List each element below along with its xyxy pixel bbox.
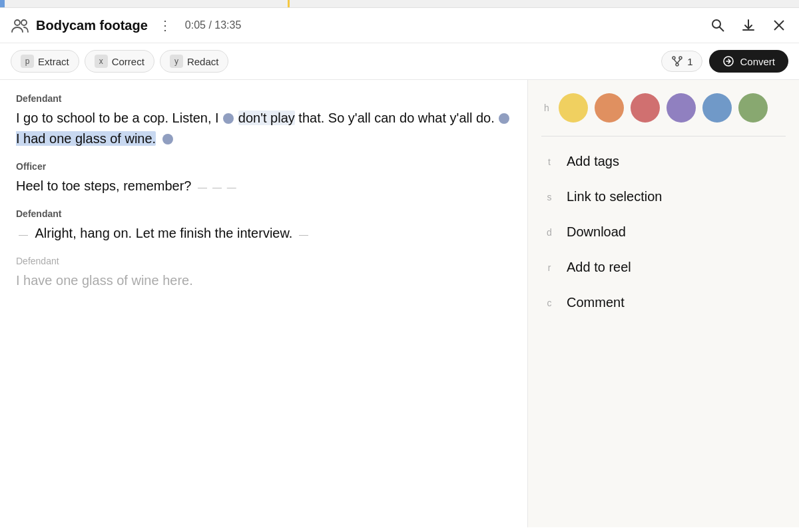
speaker-label-3: Defendant [16,208,511,219]
fork-button[interactable]: 1 [661,51,702,72]
add-to-reel-label: Add to reel [567,260,631,275]
link-to-selection-key: s [544,192,555,202]
redact-button[interactable]: y Redact [160,50,229,73]
right-panel: h t Add tags s Link to selection d Downl… [527,80,799,527]
convert-button[interactable]: Convert [709,50,788,73]
text-selection-had-one[interactable]: ​ I had one glass of wine. [16,131,156,146]
comment-label: Comment [567,295,625,310]
download-key: d [544,227,555,238]
header-right [708,16,788,35]
transcript-text-4[interactable]: I have one glass of wine here. [16,270,511,291]
main-content: Defendant I go to school to be a cop. Li… [0,80,799,527]
confidence-dots-3: — [299,228,310,242]
menu-item-add-tags[interactable]: t Add tags [541,150,786,173]
header: Bodycam footage ⋮ 0:05 / 13:35 [0,8,799,43]
progress-bar[interactable] [0,0,799,8]
correct-label: Correct [112,56,144,67]
fork-count: 1 [687,56,692,67]
swatch-orange[interactable] [595,93,624,123]
text-selection-dont-play[interactable]: don't play [238,111,295,125]
menu-item-link-to-selection[interactable]: s Link to selection [541,185,786,208]
svg-point-6 [672,57,675,59]
svg-point-0 [15,20,20,25]
correct-button[interactable]: x Correct [85,50,154,73]
download-button[interactable] [739,16,758,35]
selection-handle-end[interactable] [499,113,509,124]
menu-item-download[interactable]: d Download [541,220,786,244]
extract-key: p [21,55,34,68]
svg-point-1 [21,20,27,25]
add-tags-key: t [544,156,555,167]
download-label: Download [567,224,626,240]
svg-point-2 [712,20,720,28]
confidence-dots-2: — [19,228,29,242]
progress-marker [288,0,290,7]
correct-key: x [95,55,108,68]
speaker-label-1: Defendant [16,93,511,104]
confidence-dots-1: — — — [198,180,238,195]
selection-handle-bottom[interactable] [162,134,173,144]
extract-button[interactable]: p Extract [11,50,79,73]
svg-line-10 [677,59,680,63]
svg-point-8 [676,63,678,66]
progress-fill [0,0,5,7]
people-icon [11,16,29,35]
selection-handle-start[interactable] [223,113,234,124]
transcript-text-3[interactable]: — Alright, hang on. Let me finish the in… [16,223,511,244]
redact-key: y [170,55,183,68]
swatch-red[interactable] [631,93,660,123]
link-to-selection-label: Link to selection [567,189,662,204]
redact-label: Redact [187,56,219,67]
svg-line-3 [720,27,724,32]
header-time: 0:05 / 13:35 [185,19,242,31]
convert-label: Convert [740,56,775,67]
transcript-text-2[interactable]: Heel to toe steps, remember? — — — [16,176,511,196]
close-button[interactable] [770,16,788,35]
menu-item-comment[interactable]: c Comment [541,291,786,314]
swatch-yellow[interactable] [559,93,588,123]
search-button[interactable] [708,16,727,35]
divider-1 [541,136,786,136]
transcript-text-1[interactable]: I go to school to be a cop. Listen, I do… [16,108,511,149]
speaker-label-2: Officer [16,161,511,172]
swatch-green[interactable] [738,93,768,123]
svg-line-9 [674,59,677,63]
swatch-purple[interactable] [666,93,696,123]
add-to-reel-key: r [544,262,555,273]
svg-point-7 [679,57,682,59]
header-title: Bodycam footage [36,18,148,33]
add-tags-label: Add tags [567,154,619,169]
extract-label: Extract [38,56,69,67]
transcript-panel[interactable]: Defendant I go to school to be a cop. Li… [0,80,527,527]
toolbar: p Extract x Correct y Redact 1 Convert [0,43,799,80]
highlight-shortcut: h [541,103,552,113]
speaker-label-4: Defendant [16,256,511,266]
color-swatch-row: h [541,93,786,123]
swatch-blue[interactable] [702,93,732,123]
menu-item-add-to-reel[interactable]: r Add to reel [541,256,786,279]
header-menu-button[interactable]: ⋮ [154,16,176,35]
toolbar-right: 1 Convert [661,50,788,73]
header-left: Bodycam footage ⋮ 0:05 / 13:35 [11,16,708,35]
comment-key: c [544,298,555,308]
